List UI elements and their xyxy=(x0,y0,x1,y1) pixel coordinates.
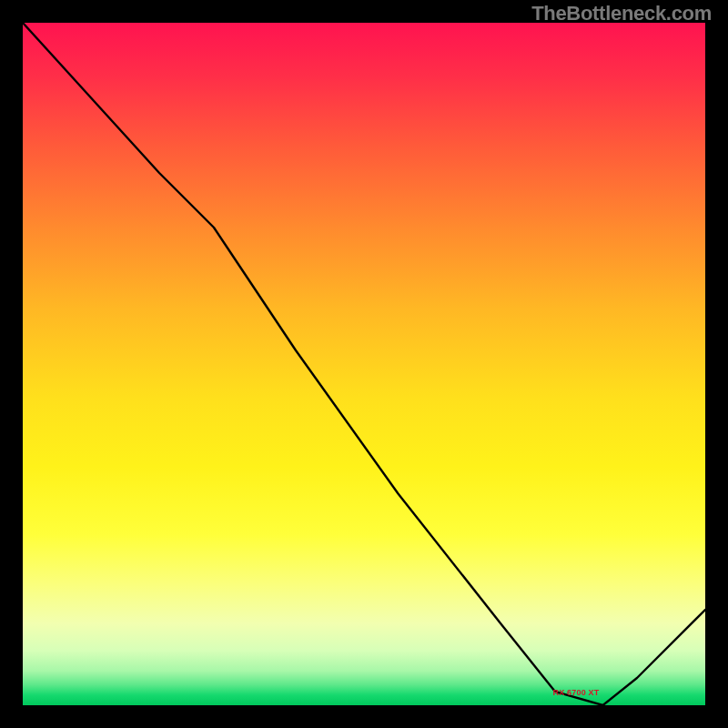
chart-frame: TheBottleneck.com RX 6700 XT xyxy=(0,0,728,728)
plot-area: RX 6700 XT xyxy=(23,23,705,705)
bottleneck-curve xyxy=(23,23,705,705)
optimal-marker-label: RX 6700 XT xyxy=(553,688,600,697)
